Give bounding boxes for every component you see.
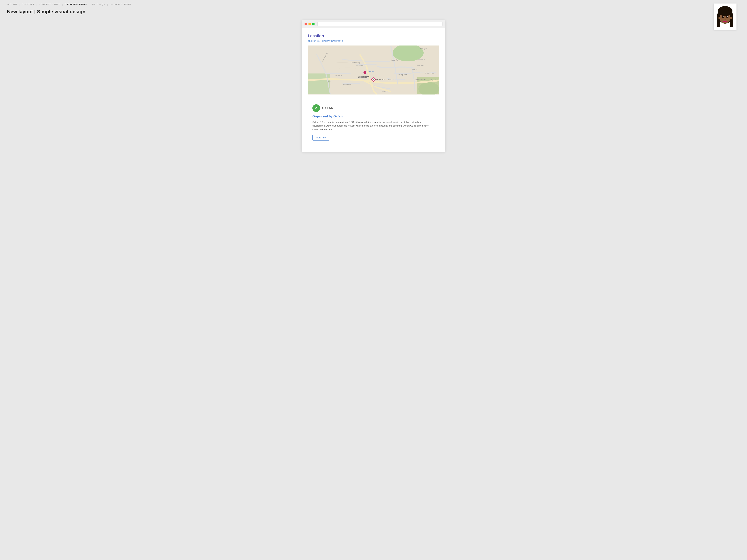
svg-point-5 bbox=[718, 17, 721, 20]
svg-rect-4 bbox=[730, 13, 733, 27]
svg-text:Thynne Rd: Thynne Rd bbox=[431, 79, 437, 81]
browser-close-button[interactable] bbox=[305, 23, 307, 25]
organiser-card: O OXFAM Organised by Oxfam Oxfam GB is a… bbox=[308, 100, 439, 145]
svg-text:Sun St: Sun St bbox=[382, 91, 386, 92]
svg-point-6 bbox=[730, 17, 732, 20]
browser-maximize-button[interactable] bbox=[312, 23, 315, 25]
svg-point-11 bbox=[724, 19, 726, 20]
svg-point-7 bbox=[722, 16, 724, 18]
svg-text:Oxfam Shop: Oxfam Shop bbox=[376, 78, 386, 80]
svg-text:A129: A129 bbox=[328, 80, 331, 82]
svg-text:Meadow Rise: Meadow Rise bbox=[425, 72, 434, 74]
nav-item-launch-learn[interactable]: LAUNCH & LEARN bbox=[110, 3, 131, 6]
svg-text:Norsey Dr: Norsey Dr bbox=[420, 48, 427, 50]
nav-sep-2: | bbox=[36, 3, 37, 6]
nav-item-concept[interactable]: CONCEPT & TEST bbox=[39, 3, 60, 6]
avatar bbox=[714, 3, 737, 30]
svg-point-34 bbox=[372, 79, 375, 80]
page-title: New layout | Simple visual design bbox=[0, 9, 747, 20]
nav-item-initiate[interactable]: INITIATE bbox=[7, 3, 17, 6]
map-container[interactable]: Radford Way W Park Ave Norsey Rd Mountne… bbox=[308, 46, 439, 95]
svg-text:O: O bbox=[315, 107, 317, 110]
svg-text:Valley Rd: Valley Rd bbox=[412, 69, 417, 70]
svg-rect-3 bbox=[717, 13, 720, 27]
svg-text:Hillside Rd: Hillside Rd bbox=[388, 79, 394, 81]
organiser-logo-icon: O bbox=[312, 104, 320, 112]
location-address: 45 High St, Billericay CM12 9AX bbox=[308, 39, 439, 42]
svg-text:South Ridge: South Ridge bbox=[417, 64, 424, 66]
browser-address-bar[interactable] bbox=[317, 22, 442, 26]
svg-text:Station Rd: Station Rd bbox=[335, 75, 342, 77]
nav-item-build-qa[interactable]: BUILD & QA bbox=[92, 3, 105, 6]
svg-point-8 bbox=[726, 16, 729, 18]
svg-point-10 bbox=[727, 16, 728, 17]
nav-sep-3: | bbox=[62, 3, 62, 6]
svg-point-30 bbox=[363, 71, 366, 74]
browser-content: Location 45 High St, Billericay CM12 9AX bbox=[302, 28, 445, 152]
browser-minimize-button[interactable] bbox=[308, 23, 311, 25]
svg-point-9 bbox=[723, 16, 724, 17]
organiser-header: O OXFAM bbox=[312, 104, 435, 112]
svg-text:Norsey Rd: Norsey Rd bbox=[391, 59, 398, 61]
svg-text:Chestnut Ave: Chestnut Ave bbox=[343, 83, 352, 85]
nav-sep-4: | bbox=[89, 3, 89, 6]
svg-text:Chantry Way: Chantry Way bbox=[398, 74, 407, 76]
organiser-name: OXFAM bbox=[322, 107, 334, 110]
avatar-illustration bbox=[716, 4, 735, 29]
svg-text:W Park Ave: W Park Ave bbox=[356, 65, 363, 66]
svg-text:Billericay: Billericay bbox=[367, 70, 374, 72]
nav-item-discover[interactable]: DISCOVER bbox=[22, 3, 34, 6]
nav-sep-5: | bbox=[107, 3, 108, 6]
svg-text:Jackson Cl: Jackson Cl bbox=[418, 58, 425, 60]
nav-item-detailed-design[interactable]: DETAILED DESIGN bbox=[65, 3, 87, 6]
top-navigation: INITIATE | DISCOVER | CONCEPT & TEST | D… bbox=[0, 0, 747, 9]
map-illustration: Radford Way W Park Ave Norsey Rd Mountne… bbox=[308, 46, 439, 95]
organiser-description: Oxfam GB is a leading international NGO … bbox=[312, 121, 435, 131]
location-title: Location bbox=[308, 34, 439, 38]
organiser-title: Organised by Oxfam bbox=[312, 115, 435, 118]
browser-window: Location 45 High St, Billericay CM12 9AX bbox=[302, 20, 445, 152]
svg-text:Billericay: Billericay bbox=[358, 75, 369, 78]
svg-text:Radford Way: Radford Way bbox=[351, 62, 360, 63]
svg-text:SUNNYMEDE: SUNNYMEDE bbox=[415, 79, 426, 81]
nav-sep-1: | bbox=[19, 3, 20, 6]
browser-titlebar bbox=[302, 20, 445, 28]
more-info-button[interactable]: More Info bbox=[312, 135, 329, 140]
